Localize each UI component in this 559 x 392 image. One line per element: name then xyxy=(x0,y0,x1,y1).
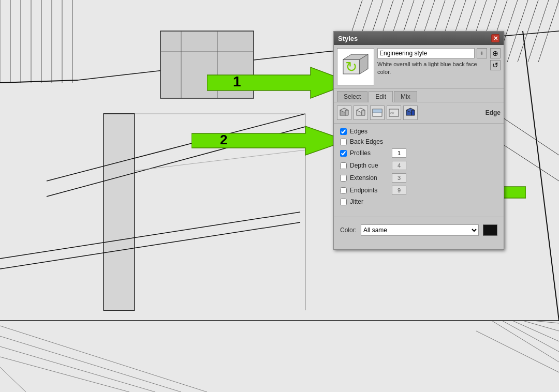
svg-line-49 xyxy=(476,331,559,372)
svg-rect-31 xyxy=(104,114,135,310)
panel-top-section: ↻ + White overall with a light blue back… xyxy=(334,45,504,89)
svg-line-47 xyxy=(523,321,559,331)
style-info: + White overall with a light blue back f… xyxy=(377,48,487,85)
style-thumbnail[interactable]: ↻ xyxy=(337,48,374,85)
svg-line-41 xyxy=(0,222,300,269)
svg-line-53 xyxy=(0,357,129,392)
edges-icon xyxy=(356,108,366,118)
svg-text:1: 1 xyxy=(233,73,241,89)
svg-text:ok: ok xyxy=(390,111,394,115)
depth-cue-label: Depth cue xyxy=(350,162,389,169)
refresh-button[interactable]: ↺ xyxy=(490,60,501,70)
svg-line-45 xyxy=(502,321,559,352)
jitter-checkbox[interactable] xyxy=(340,199,347,205)
color-row: Color: All same By material By object xyxy=(334,221,504,239)
svg-line-54 xyxy=(0,367,26,392)
extension-label: Extension xyxy=(350,174,389,182)
panel-titlebar: Styles ✕ xyxy=(334,32,504,45)
edge-section-label: Edge xyxy=(486,109,501,116)
modeling-icon xyxy=(405,108,416,118)
tab-mix[interactable]: Mix xyxy=(394,91,417,102)
jitter-label: Jitter xyxy=(350,198,389,205)
color-swatch[interactable] xyxy=(483,224,497,236)
color-label: Color: xyxy=(340,227,357,234)
svg-line-52 xyxy=(0,346,155,392)
svg-marker-81 xyxy=(411,110,415,115)
divider xyxy=(334,217,504,217)
check-row-extension: Extension 3 xyxy=(340,173,497,183)
style-name-input[interactable] xyxy=(377,48,475,58)
background-icon xyxy=(372,108,383,118)
endpoints-label: Endpoints xyxy=(350,187,389,194)
svg-line-16 xyxy=(507,0,528,62)
add-new-button[interactable]: ⊕ xyxy=(490,48,501,58)
style-description: White overall with a light blue back fac… xyxy=(377,61,487,77)
svg-line-40 xyxy=(0,212,300,259)
icon-btn-background[interactable] xyxy=(370,105,385,120)
svg-marker-60 xyxy=(192,126,347,155)
thumbnail-icon: ↻ xyxy=(341,52,370,81)
profiles-value[interactable]: 1 xyxy=(392,148,406,158)
svg-line-17 xyxy=(518,0,538,62)
panel-icons-row: ok Edge xyxy=(334,102,504,124)
svg-line-50 xyxy=(0,326,207,392)
svg-line-18 xyxy=(528,0,549,62)
svg-rect-76 xyxy=(373,109,382,113)
check-row-depth-cue: Depth cue 4 xyxy=(340,161,497,170)
svg-marker-74 xyxy=(362,110,365,115)
svg-line-28 xyxy=(0,80,78,83)
tab-select[interactable]: Select xyxy=(337,91,367,102)
depth-cue-checkbox[interactable] xyxy=(340,162,347,169)
check-row-back-edges: Back Edges xyxy=(340,138,497,145)
edges-checkbox[interactable] xyxy=(340,128,347,135)
depth-cue-value[interactable]: 4 xyxy=(392,161,406,170)
faces-icon xyxy=(339,108,349,118)
svg-text:↻: ↻ xyxy=(345,59,357,75)
watermark-icon: ok xyxy=(389,108,399,118)
svg-text:2: 2 xyxy=(220,132,227,147)
extension-checkbox[interactable] xyxy=(340,175,347,182)
add-style-button[interactable]: + xyxy=(477,48,487,58)
panel-right-buttons: ⊕ ↺ xyxy=(490,48,501,70)
panel-title: Styles xyxy=(338,35,358,42)
svg-marker-58 xyxy=(207,67,352,98)
icon-btn-faces[interactable] xyxy=(337,105,351,120)
extension-value[interactable]: 3 xyxy=(392,173,406,183)
icon-btn-edges[interactable] xyxy=(354,105,368,120)
svg-line-46 xyxy=(512,321,559,341)
check-row-profiles: Profiles 1 xyxy=(340,148,497,158)
color-select[interactable]: All same By material By object xyxy=(361,224,479,236)
tab-edit[interactable]: Edit xyxy=(369,91,393,102)
panel-checkboxes: Edges Back Edges Profiles 1 Depth cue 4 … xyxy=(334,124,504,213)
back-edges-checkbox[interactable] xyxy=(340,139,347,145)
styles-panel: Styles ✕ ↻ + White overall with a light … xyxy=(333,31,504,250)
endpoints-value[interactable]: 9 xyxy=(392,186,406,195)
arrow-1: 1 xyxy=(207,65,352,101)
edges-label: Edges xyxy=(350,128,389,135)
svg-marker-71 xyxy=(345,110,348,115)
check-row-edges: Edges xyxy=(340,128,497,135)
svg-line-44 xyxy=(492,321,559,362)
style-name-row: + xyxy=(377,48,487,58)
arrow-2: 2 xyxy=(192,124,347,158)
close-button[interactable]: ✕ xyxy=(491,34,499,42)
panel-bottom-padding xyxy=(334,239,504,249)
profiles-label: Profiles xyxy=(350,149,389,157)
profiles-checkbox[interactable] xyxy=(340,150,347,157)
endpoints-checkbox[interactable] xyxy=(340,187,347,194)
back-edges-label: Back Edges xyxy=(350,138,389,145)
panel-tabs: Select Edit Mix xyxy=(334,89,504,102)
check-row-endpoints: Endpoints 9 xyxy=(340,186,497,195)
check-row-jitter: Jitter xyxy=(340,198,497,205)
icon-btn-watermark[interactable]: ok xyxy=(387,105,401,120)
svg-line-30 xyxy=(523,31,559,321)
icon-btn-modeling[interactable] xyxy=(403,105,418,120)
